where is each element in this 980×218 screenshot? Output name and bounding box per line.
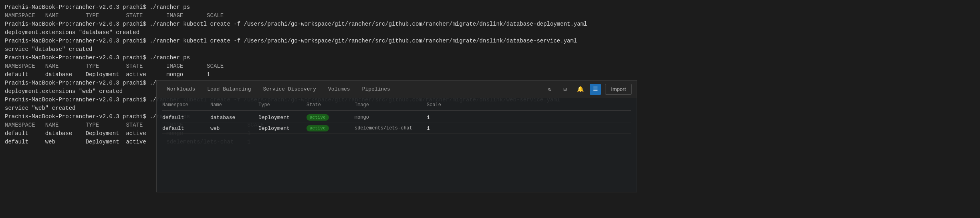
col-type: Type — [258, 102, 307, 108]
row1-namespace: default — [162, 115, 210, 121]
table-header-row: Namespace Name Type State Image Scale — [162, 102, 631, 111]
refresh-icon-button[interactable]: ↻ — [544, 84, 555, 95]
tab-service-discovery[interactable]: Service Discovery — [257, 83, 322, 95]
row2-name: web — [210, 125, 258, 131]
rancher-ui-panel: Workloads Load Balancing Service Discove… — [156, 80, 637, 192]
terminal-line-9: default database Deployment active mongo… — [5, 71, 975, 79]
nav-icons-group: ↻ ⊞ 🔔 ☰ Import — [544, 84, 632, 95]
row2-scale: 1 — [427, 125, 467, 131]
col-scale: Scale — [427, 102, 467, 108]
tab-pipelines[interactable]: Pipelines — [357, 83, 396, 95]
col-namespace: Namespace — [162, 102, 210, 108]
col-state: State — [307, 102, 355, 108]
col-image: Image — [355, 102, 427, 108]
terminal-line-6: service "database" created — [5, 45, 975, 54]
terminal-line-7: Prachis-MacBook-Pro:rancher-v2.0.3 prach… — [5, 54, 975, 62]
row1-image: mongo — [355, 115, 427, 120]
terminal-line-4: deployment.extensions "database" created — [5, 28, 975, 37]
import-button[interactable]: Import — [605, 84, 632, 95]
row2-namespace: default — [162, 125, 210, 131]
grid-icon-button[interactable]: ⊞ — [559, 84, 571, 95]
row2-type: Deployment — [258, 125, 307, 131]
row1-scale: 1 — [427, 115, 467, 121]
row1-type: Deployment — [258, 115, 307, 121]
rancher-nav-bar: Workloads Load Balancing Service Discove… — [157, 81, 637, 98]
terminal-line-2: NAMESPACE NAME TYPE STATE IMAGE SCALE — [5, 12, 975, 20]
tab-workloads[interactable]: Workloads — [161, 83, 201, 95]
row1-state: active — [307, 114, 355, 121]
tab-volumes[interactable]: Volumes — [323, 83, 356, 95]
rancher-content: Namespace Name Type State Image Scale de… — [157, 98, 637, 192]
terminal-line-1: Prachis-MacBook-Pro:rancher-v2.0.3 prach… — [5, 3, 975, 12]
col-name: Name — [210, 102, 258, 108]
table-row[interactable]: default web Deployment active sdelements… — [162, 123, 631, 134]
list-icon-button[interactable]: ☰ — [590, 84, 601, 95]
workloads-table-area: Namespace Name Type State Image Scale de… — [157, 98, 637, 192]
tab-load-balancing[interactable]: Load Balancing — [202, 83, 256, 95]
row2-state: active — [307, 125, 355, 131]
terminal-line-8: NAMESPACE NAME TYPE STATE IMAGE SCALE — [5, 62, 975, 71]
table-row[interactable]: default database Deployment active mongo… — [162, 112, 631, 123]
row2-image: sdelements/lets-chat — [355, 125, 427, 131]
terminal-line-3: Prachis-MacBook-Pro:rancher-v2.0.3 prach… — [5, 20, 975, 28]
bell-icon-button[interactable]: 🔔 — [575, 84, 586, 95]
terminal-line-5: Prachis-MacBook-Pro:rancher-v2.0.3 prach… — [5, 37, 975, 45]
row1-name: database — [210, 115, 258, 121]
